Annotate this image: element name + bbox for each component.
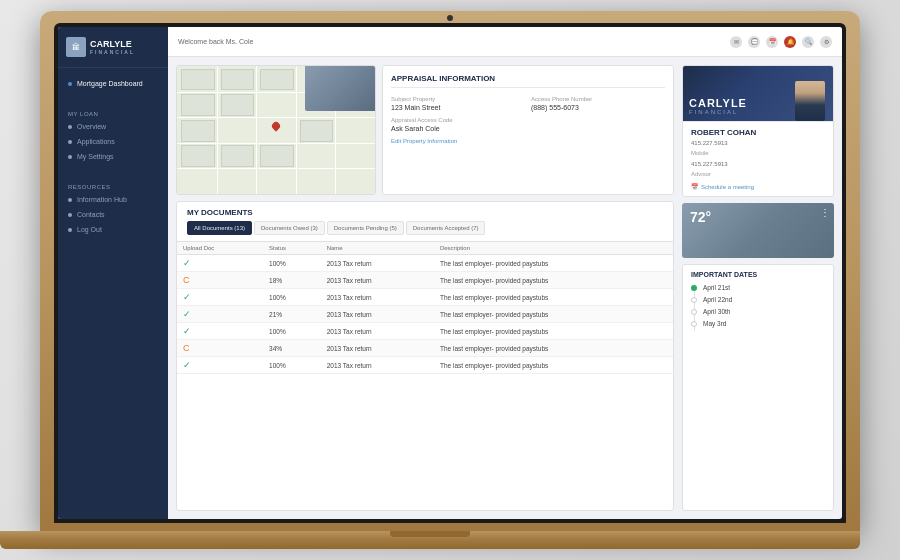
date-dot xyxy=(691,321,697,327)
sidebar: 🏛 CARLYLE FINANCIAL Mortgage Dashboard xyxy=(58,27,168,519)
email-icon[interactable]: ✉ xyxy=(730,36,742,48)
doc-tab-accepted[interactable]: Documents Accepted (7) xyxy=(406,221,486,235)
doc-name: 2013 Tax return xyxy=(321,340,434,357)
doc-name: 2013 Tax return xyxy=(321,323,434,340)
upload-status: ✓ xyxy=(177,255,263,272)
dates-list: April 21st April 22nd April 30th May 3rd xyxy=(691,284,825,327)
status-percent: 21% xyxy=(263,306,321,323)
sidebar-section-title-resources: Resources xyxy=(58,180,168,192)
doc-tab-pending[interactable]: Documents Pending (5) xyxy=(327,221,404,235)
status-percent: 100% xyxy=(263,255,321,272)
sidebar-item-infohub[interactable]: Information Hub xyxy=(58,192,168,207)
sidebar-item-dashboard[interactable]: Mortgage Dashboard xyxy=(58,76,168,91)
date-item: April 30th xyxy=(691,308,825,315)
table-row: C 34% 2013 Tax return The last employer-… xyxy=(177,340,673,357)
search-icon[interactable]: 🔍 xyxy=(802,36,814,48)
weather-widget: 72° ⋮ xyxy=(682,203,834,258)
sidebar-section-resources: Resources Information Hub Contacts xyxy=(58,172,168,245)
documents-header: MY DOCUMENTS All Documents (13) Document… xyxy=(177,202,673,242)
laptop-wrapper: 🏛 CARLYLE FINANCIAL Mortgage Dashboard xyxy=(20,11,880,549)
table-row: ✓ 100% 2013 Tax return The last employer… xyxy=(177,289,673,306)
important-dates: IMPORTANT DATES April 21st April 22nd Ap… xyxy=(682,264,834,511)
laptop-screen-bezel: 🏛 CARLYLE FINANCIAL Mortgage Dashboard xyxy=(54,23,846,523)
table-row: C 18% 2013 Tax return The last employer-… xyxy=(177,272,673,289)
documents-title: MY DOCUMENTS xyxy=(187,208,663,217)
upload-status: ✓ xyxy=(177,289,263,306)
date-item: May 3rd xyxy=(691,320,825,327)
date-text: April 22nd xyxy=(703,296,732,303)
sidebar-section-title-loan: My Loan xyxy=(58,107,168,119)
status-percent: 100% xyxy=(263,289,321,306)
chat-icon[interactable]: 💬 xyxy=(748,36,760,48)
doc-description: The last employer- provided paystubs xyxy=(434,289,673,306)
topbar: Welcome back Ms. Cole ✉ 💬 📅 🔔 🔍 ⚙ xyxy=(168,27,842,57)
status-percent: 100% xyxy=(263,323,321,340)
appraisal-title: APPRAISAL INFORMATION xyxy=(391,74,665,88)
date-text: April 30th xyxy=(703,308,730,315)
agent-avatar xyxy=(795,81,825,121)
settings-icon[interactable]: ⚙ xyxy=(820,36,832,48)
col-upload: Upload Doc xyxy=(177,242,263,255)
sidebar-item-overview[interactable]: Overview xyxy=(58,119,168,134)
col-status: Status xyxy=(263,242,321,255)
avatar-figure xyxy=(795,81,825,121)
col-name: Name xyxy=(321,242,434,255)
agent-phone1: 415.227.5913 Mobile xyxy=(691,139,825,158)
agent-info: ROBERT COHAN 415.227.5913 Mobile 415.2 xyxy=(683,121,833,196)
app-container: 🏛 CARLYLE FINANCIAL Mortgage Dashboard xyxy=(58,27,842,519)
logo-line2: FINANCIAL xyxy=(90,49,135,55)
date-text: April 21st xyxy=(703,284,730,291)
upload-status: ✓ xyxy=(177,357,263,374)
sidebar-section-loan: My Loan Overview Applications xyxy=(58,99,168,172)
logo-icon: 🏛 xyxy=(66,37,86,57)
doc-tabs: All Documents (13) Documents Owed (3) Do… xyxy=(187,221,663,235)
upload-status: C xyxy=(177,272,263,289)
doc-name: 2013 Tax return xyxy=(321,289,434,306)
access-phone-field: Access Phone Number (888) 555-6073 xyxy=(531,96,665,111)
upload-status: ✓ xyxy=(177,323,263,340)
logo-line1: CARLYLE xyxy=(90,39,135,50)
table-row: ✓ 21% 2013 Tax return The last employer-… xyxy=(177,306,673,323)
doc-description: The last employer- provided paystubs xyxy=(434,255,673,272)
sidebar-item-contacts[interactable]: Contacts xyxy=(58,207,168,222)
agent-contact: 415.227.5913 Mobile 415.227.5913 Advisor xyxy=(691,139,825,179)
doc-description: The last employer- provided paystubs xyxy=(434,306,673,323)
sidebar-item-logout[interactable]: Log Out xyxy=(58,222,168,237)
laptop-outer: 🏛 CARLYLE FINANCIAL Mortgage Dashboard xyxy=(40,11,860,531)
welcome-text: Welcome back Ms. Cole xyxy=(178,38,253,45)
schedule-meeting-link[interactable]: 📅 Schedule a meeting xyxy=(691,183,825,190)
sidebar-logo: 🏛 CARLYLE FINANCIAL xyxy=(58,27,168,68)
table-row: ✓ 100% 2013 Tax return The last employer… xyxy=(177,357,673,374)
doc-name: 2013 Tax return xyxy=(321,272,434,289)
laptop-screen: 🏛 CARLYLE FINANCIAL Mortgage Dashboard xyxy=(58,27,842,519)
left-panel: APPRAISAL INFORMATION Subject Property 1… xyxy=(168,57,682,519)
agent-phone2: 415.227.5913 Advisor xyxy=(691,160,825,179)
right-panel: CARLYLE FINANCIAL ROBERT COHAN xyxy=(682,57,842,519)
weather-menu-icon[interactable]: ⋮ xyxy=(820,207,830,218)
date-item: April 21st xyxy=(691,284,825,291)
doc-description: The last employer- provided paystubs xyxy=(434,340,673,357)
sidebar-item-settings[interactable]: My Settings xyxy=(58,149,168,164)
agent-banner: CARLYLE FINANCIAL xyxy=(683,66,833,121)
doc-description: The last employer- provided paystubs xyxy=(434,272,673,289)
calendar-icon[interactable]: 📅 xyxy=(766,36,778,48)
agent-card: CARLYLE FINANCIAL ROBERT COHAN xyxy=(682,65,834,197)
content-area: APPRAISAL INFORMATION Subject Property 1… xyxy=(168,57,842,519)
status-percent: 18% xyxy=(263,272,321,289)
map-bg xyxy=(177,66,375,194)
doc-name: 2013 Tax return xyxy=(321,255,434,272)
doc-tab-all[interactable]: All Documents (13) xyxy=(187,221,252,235)
table-row: ✓ 100% 2013 Tax return The last employer… xyxy=(177,255,673,272)
documents-section: MY DOCUMENTS All Documents (13) Document… xyxy=(176,201,674,511)
upload-status: C xyxy=(177,340,263,357)
sidebar-item-applications[interactable]: Applications xyxy=(58,134,168,149)
notification-icon[interactable]: 🔔 xyxy=(784,36,796,48)
doc-tab-owed[interactable]: Documents Owed (3) xyxy=(254,221,325,235)
date-text: May 3rd xyxy=(703,320,726,327)
map-pin xyxy=(270,120,281,131)
map-container xyxy=(176,65,376,195)
status-percent: 100% xyxy=(263,357,321,374)
edit-property-link[interactable]: Edit Property Information xyxy=(391,138,665,144)
weather-temp: 72° xyxy=(690,209,711,225)
sidebar-section-main: Mortgage Dashboard xyxy=(58,68,168,99)
